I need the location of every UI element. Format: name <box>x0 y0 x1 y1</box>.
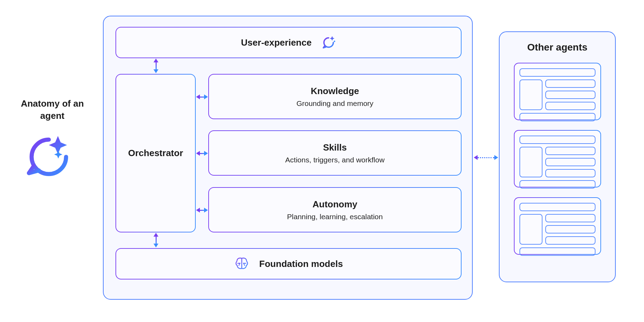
knowledge-box: Knowledge Grounding and memory <box>208 74 462 119</box>
arrow-main-other-agents <box>474 155 498 160</box>
skills-title: Skills <box>323 142 347 153</box>
autonomy-box: Autonomy Planning, learning, escalation <box>208 187 462 232</box>
copilot-icon <box>26 134 72 179</box>
autonomy-subtitle: Planning, learning, escalation <box>287 213 383 221</box>
skills-subtitle: Actions, triggers, and workflow <box>285 156 385 164</box>
skills-box: Skills Actions, triggers, and workflow <box>208 130 462 176</box>
arrow-orch-autonomy <box>196 208 208 213</box>
arrow-orch-skills <box>196 151 208 156</box>
other-agent-card <box>514 130 601 187</box>
copilot-small-icon <box>321 35 336 50</box>
arrow-orch-knowledge <box>196 94 208 99</box>
svg-point-0 <box>334 41 335 42</box>
other-agents-title: Other agents <box>527 42 587 53</box>
arrow-ux-orchestrator <box>153 59 158 73</box>
other-agents-panel: Other agents <box>499 31 616 282</box>
agent-anatomy-panel: User-experience Orchestrator <box>103 16 473 300</box>
brain-icon <box>234 256 249 271</box>
knowledge-subtitle: Grounding and memory <box>297 99 374 108</box>
knowledge-title: Knowledge <box>311 86 359 97</box>
orchestrator-title: Orchestrator <box>128 148 183 159</box>
user-experience-box: User-experience <box>115 27 462 58</box>
arrow-orchestrator-foundation <box>153 233 158 247</box>
foundation-models-box: Foundation models <box>115 248 462 279</box>
other-agent-card <box>514 197 601 255</box>
user-experience-title: User-experience <box>241 37 312 48</box>
autonomy-title: Autonomy <box>313 199 358 210</box>
diagram-title: Anatomy of an agent <box>14 98 91 122</box>
other-agent-card <box>514 63 601 120</box>
orchestrator-box: Orchestrator <box>115 74 196 232</box>
foundation-models-title: Foundation models <box>259 259 343 269</box>
